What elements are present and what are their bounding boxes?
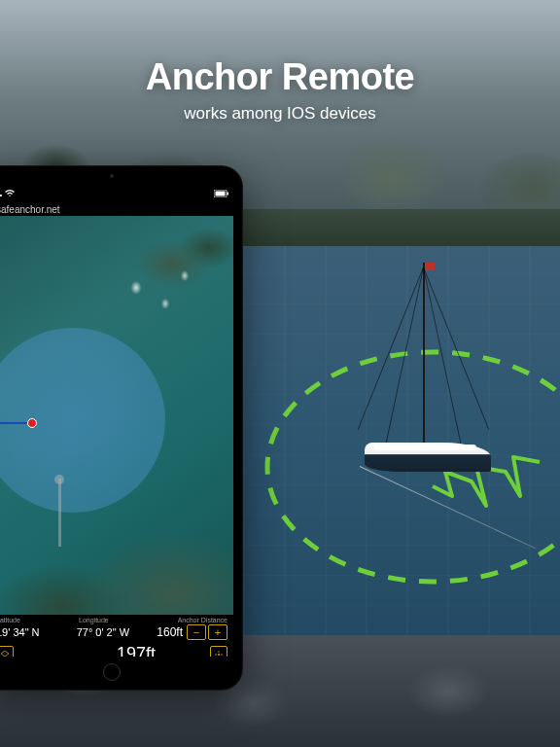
toggle-layers-button[interactable]: [0, 646, 14, 658]
svg-rect-3: [228, 193, 229, 196]
longitude-tiny-label: Longitude: [79, 617, 161, 623]
signal-icon: •••: [0, 191, 2, 199]
svg-marker-4: [1, 651, 9, 657]
anchor-distance-value: 160ft: [157, 625, 183, 639]
dock-pier: [58, 479, 61, 547]
satellite-map-view[interactable]: [0, 216, 233, 615]
headline-subtitle: works among IOS devices: [0, 104, 560, 124]
marketing-headline: Anchor Remote works among IOS devices: [0, 56, 560, 124]
sailboat: [365, 443, 491, 472]
center-map-button[interactable]: [210, 646, 228, 658]
headline-title: Anchor Remote: [0, 56, 560, 98]
dock-pier-end: [54, 475, 64, 484]
ios-status-bar: •••: [0, 187, 233, 202]
anchor-distance-tiny-label: Anchor Distance: [161, 617, 228, 623]
longitude-value: 77° 0' 2" W: [77, 626, 158, 638]
distance-readout: 197ft: [117, 644, 156, 657]
ipad-device-frame: ••• safeanchor.net Latitude: [0, 165, 243, 691]
coordinate-data-bar: Latitude Longitude Anchor Distance 19' 3…: [0, 615, 233, 657]
battery-icon: [214, 190, 229, 199]
radius-line: [0, 422, 31, 424]
app-header: safeanchor.net: [0, 202, 233, 216]
anchor-alarm-radius: [0, 328, 165, 513]
latitude-tiny-label: Latitude: [0, 617, 79, 623]
decrease-distance-button[interactable]: −: [187, 624, 206, 640]
anchor-marker[interactable]: [27, 418, 37, 428]
app-screen: ••• safeanchor.net Latitude: [0, 187, 233, 657]
svg-rect-2: [216, 192, 226, 196]
app-header-title: safeanchor.net: [0, 204, 60, 215]
latitude-value: 19' 34" N: [0, 626, 77, 638]
svg-point-5: [218, 654, 220, 656]
increase-distance-button[interactable]: +: [208, 624, 228, 640]
wifi-icon: [5, 190, 15, 199]
